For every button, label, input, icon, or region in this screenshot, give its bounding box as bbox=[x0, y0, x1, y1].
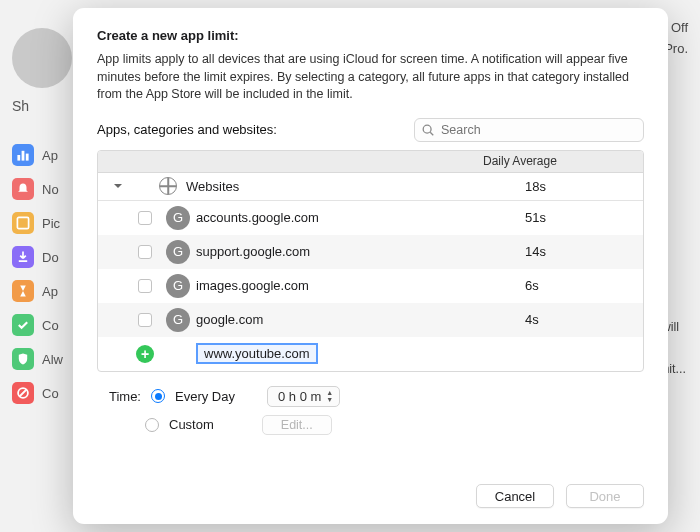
svg-rect-1 bbox=[22, 151, 25, 161]
stepper-arrows-icon[interactable]: ▲▼ bbox=[326, 388, 336, 405]
bg-sidebar-item: Ap bbox=[12, 280, 72, 302]
time-row: Time: Every Day 0 h 0 m ▲▼ bbox=[97, 386, 644, 407]
bg-sidebar-item: Pic bbox=[12, 212, 72, 234]
check-icon bbox=[12, 314, 34, 336]
svg-rect-2 bbox=[26, 154, 29, 161]
search-input[interactable] bbox=[414, 118, 644, 142]
photo-icon bbox=[12, 212, 34, 234]
site-name: accounts.google.com bbox=[196, 210, 525, 225]
bg-sidebar-label: Ap bbox=[42, 284, 58, 299]
custom-label: Custom bbox=[169, 417, 214, 432]
block-icon bbox=[12, 382, 34, 404]
site-favicon-icon: G bbox=[160, 206, 196, 230]
search-field[interactable] bbox=[414, 118, 644, 142]
done-button[interactable]: Done bbox=[566, 484, 644, 508]
site-name: support.google.com bbox=[196, 244, 525, 259]
svg-rect-0 bbox=[17, 155, 20, 161]
svg-rect-3 bbox=[17, 217, 28, 228]
table-row[interactable]: G google.com 4s bbox=[98, 303, 643, 337]
bg-sidebar-item: Alw bbox=[12, 348, 72, 370]
bg-sidebar: Sh Ap No Pic Do Ap Co Alw Co bbox=[12, 28, 72, 404]
avatar bbox=[12, 28, 72, 88]
bg-sidebar-label: Alw bbox=[42, 352, 63, 367]
hourglass-icon bbox=[12, 280, 34, 302]
row-checkbox[interactable] bbox=[130, 313, 160, 327]
bg-username-fragment: Sh bbox=[12, 98, 72, 114]
bg-sidebar-item: No bbox=[12, 178, 72, 200]
site-avg: 14s bbox=[525, 244, 635, 259]
bar-chart-icon bbox=[12, 144, 34, 166]
row-checkbox[interactable] bbox=[130, 279, 160, 293]
radio-custom[interactable] bbox=[145, 418, 159, 432]
bg-sidebar-item: Co bbox=[12, 382, 72, 404]
shield-icon bbox=[12, 348, 34, 370]
bg-sidebar-label: No bbox=[42, 182, 59, 197]
app-limit-modal: Create a new app limit: App limits apply… bbox=[73, 8, 668, 524]
bg-sidebar-item: Do bbox=[12, 246, 72, 268]
cancel-button[interactable]: Cancel bbox=[476, 484, 554, 508]
time-stepper[interactable]: 0 h 0 m ▲▼ bbox=[267, 386, 340, 407]
bg-sidebar-label: Co bbox=[42, 386, 59, 401]
stepper-value: 0 h 0 m bbox=[278, 389, 321, 404]
table-row[interactable]: G support.google.com 14s bbox=[98, 235, 643, 269]
site-name: google.com bbox=[196, 312, 525, 327]
site-name: images.google.com bbox=[196, 278, 525, 293]
bell-icon bbox=[12, 178, 34, 200]
bg-sidebar-label: Ap bbox=[42, 148, 58, 163]
radio-every-day[interactable] bbox=[151, 389, 165, 403]
site-avg: 6s bbox=[525, 278, 635, 293]
bg-sidebar-label: Do bbox=[42, 250, 59, 265]
every-day-label: Every Day bbox=[175, 389, 235, 404]
modal-description: App limits apply to all devices that are… bbox=[97, 51, 644, 104]
site-favicon-icon: G bbox=[160, 240, 196, 264]
table-header: Daily Average bbox=[98, 151, 643, 173]
site-favicon-icon: G bbox=[160, 308, 196, 332]
site-avg: 51s bbox=[525, 210, 635, 225]
modal-footer: Cancel Done bbox=[97, 470, 644, 508]
site-favicon-icon: G bbox=[160, 274, 196, 298]
bg-sidebar-label: Pic bbox=[42, 216, 60, 231]
category-name: Websites bbox=[186, 179, 525, 194]
bg-sidebar-label: Co bbox=[42, 318, 59, 333]
row-checkbox[interactable] bbox=[130, 245, 160, 259]
apps-table: Daily Average Websites 18s G accounts.go… bbox=[97, 150, 644, 372]
svg-line-5 bbox=[20, 390, 27, 397]
svg-point-6 bbox=[423, 125, 431, 133]
globe-icon bbox=[150, 177, 186, 195]
download-icon bbox=[12, 246, 34, 268]
edit-button[interactable]: Edit... bbox=[262, 415, 332, 435]
site-avg: 4s bbox=[525, 312, 635, 327]
new-website-input[interactable]: www.youtube.com bbox=[196, 343, 318, 364]
bg-sidebar-item: Co bbox=[12, 314, 72, 336]
apps-list-label: Apps, categories and websites: bbox=[97, 122, 384, 137]
search-icon bbox=[421, 123, 435, 137]
table-row[interactable]: G images.google.com 6s bbox=[98, 269, 643, 303]
column-daily-average: Daily Average bbox=[483, 154, 613, 168]
table-row[interactable]: G accounts.google.com 51s bbox=[98, 201, 643, 235]
row-checkbox[interactable] bbox=[130, 211, 160, 225]
modal-title: Create a new app limit: bbox=[97, 28, 644, 43]
disclosure-icon[interactable] bbox=[106, 181, 130, 191]
bg-sidebar-item: Ap bbox=[12, 144, 72, 166]
add-website-row[interactable]: + www.youtube.com bbox=[98, 337, 643, 371]
category-row-websites[interactable]: Websites 18s bbox=[98, 173, 643, 201]
category-avg: 18s bbox=[525, 179, 635, 194]
svg-line-7 bbox=[430, 132, 433, 135]
custom-row: Custom Edit... bbox=[97, 415, 644, 435]
add-icon[interactable]: + bbox=[130, 345, 160, 363]
time-label: Time: bbox=[101, 389, 141, 404]
